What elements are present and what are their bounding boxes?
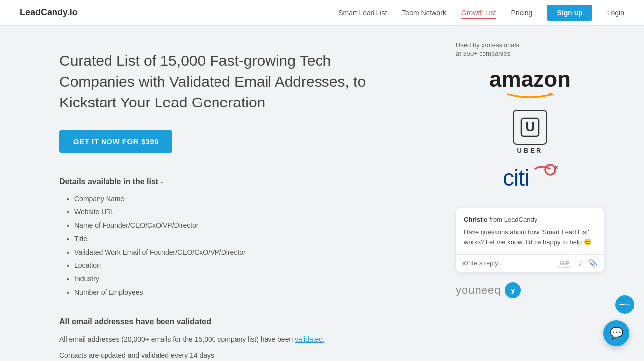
attachment-icon[interactable]: 📎 [588, 258, 598, 268]
list-item: Location [74, 260, 416, 271]
details-heading: Details available in the list - [59, 177, 416, 186]
chat-widget: Christie from LeadCandy Have questions a… [456, 208, 604, 272]
signup-button[interactable]: Sign up [547, 5, 592, 21]
chat-agent-name: Christie [464, 216, 487, 223]
details-section: Details available in the list - Company … [59, 177, 416, 298]
chat-fab-icon: 💬 [610, 328, 623, 339]
email-section: All email addresses have been validated … [59, 317, 416, 361]
nav-item-signup[interactable]: Sign up [547, 8, 592, 17]
nav-link-pricing[interactable]: Pricing [511, 9, 533, 17]
nav-link-growth-list[interactable]: Growth List [461, 9, 496, 19]
details-list: Company Name Website URL Name of Founder… [59, 194, 416, 298]
validated-link[interactable]: validated. [295, 335, 324, 343]
youneeq-icon: y [505, 282, 521, 298]
chat-actions: GIF ☺ 📎 [557, 258, 598, 268]
nav-links: Smart Lead List Team Network Growth List… [338, 8, 624, 17]
login-link[interactable]: Login [607, 9, 624, 17]
navbar: LeadCandy.io Smart Lead List Team Networ… [0, 0, 644, 26]
nav-item-team-network[interactable]: Team Network [402, 8, 446, 17]
youneeq-text: youneeq [456, 284, 501, 297]
nav-item-login[interactable]: Login [607, 8, 624, 17]
nav-link-team-network[interactable]: Team Network [402, 9, 446, 17]
citi-svg: citi ® [498, 164, 562, 191]
email-section-body: All email addresses (20,000+ emails for … [59, 334, 416, 346]
youneeq-logo: youneeq y [456, 282, 604, 298]
email-section-second-line: Contacts are updated and validated every… [59, 350, 416, 361]
amazon-arrow-svg [505, 90, 555, 98]
list-item: Website URL [74, 207, 416, 217]
hero-title: Curated List of 15,000 Fast-growing Tech… [59, 51, 406, 113]
cta-button[interactable]: GET IT NOW FOR $399 [59, 130, 172, 153]
email-section-heading: All email addresses have been validated [59, 317, 416, 326]
uber-text: UBER [517, 147, 543, 154]
svg-marker-0 [549, 92, 554, 96]
nav-item-growth-list[interactable]: Growth List [461, 8, 496, 17]
citi-logo: citi ® [498, 164, 562, 193]
emoji-icon[interactable]: ☺ [576, 259, 584, 268]
company-logos: amazon U UBER citi [456, 68, 604, 193]
uber-logo: U UBER [513, 110, 547, 154]
list-item: Industry [74, 274, 416, 284]
list-item: Title [74, 234, 416, 244]
gif-button[interactable]: GIF [557, 259, 572, 268]
svg-point-4 [545, 165, 555, 175]
chat-body: Christie from LeadCandy Have questions a… [456, 208, 604, 254]
nav-link-smart-lead-list[interactable]: Smart Lead List [338, 9, 387, 17]
uber-u-icon: U [520, 117, 540, 137]
chat-agent-org: from LeadCandy [489, 216, 537, 223]
main-content: Curated List of 15,000 Fast-growing Tech… [0, 26, 446, 361]
email-body-before: All email addresses (20,000+ emails for … [59, 335, 295, 343]
used-by-text: Used by professionals at 350+ companies [456, 41, 604, 58]
list-item: Validated Work Email of Founder/CEO/CxO/… [74, 247, 416, 258]
list-item: Number of Employees [74, 287, 416, 298]
svg-text:U: U [526, 119, 535, 134]
chat-minimize-indicator[interactable]: − [615, 295, 634, 314]
nav-item-pricing[interactable]: Pricing [511, 8, 533, 17]
list-item: Company Name [74, 194, 416, 204]
chat-input-bar[interactable]: GIF ☺ 📎 [456, 254, 604, 272]
chat-fab-button[interactable]: 💬 [603, 320, 629, 346]
svg-text:®: ® [555, 165, 558, 170]
sidebar: Used by professionals at 350+ companies … [446, 26, 614, 361]
minimize-icon: − [619, 299, 625, 310]
svg-text:citi: citi [503, 165, 529, 191]
brand-logo[interactable]: LeadCandy.io [20, 7, 78, 18]
nav-item-smart-lead-list[interactable]: Smart Lead List [338, 8, 387, 17]
chat-reply-input[interactable] [462, 259, 553, 267]
page-wrapper: Curated List of 15,000 Fast-growing Tech… [0, 26, 644, 361]
amazon-logo: amazon [489, 68, 571, 100]
chat-from: Christie from LeadCandy [464, 216, 596, 223]
list-item: Name of Founder/CEO/CxO/VP/Director [74, 220, 416, 231]
chat-message: Have questions about how 'Smart Lead Lis… [464, 227, 596, 247]
